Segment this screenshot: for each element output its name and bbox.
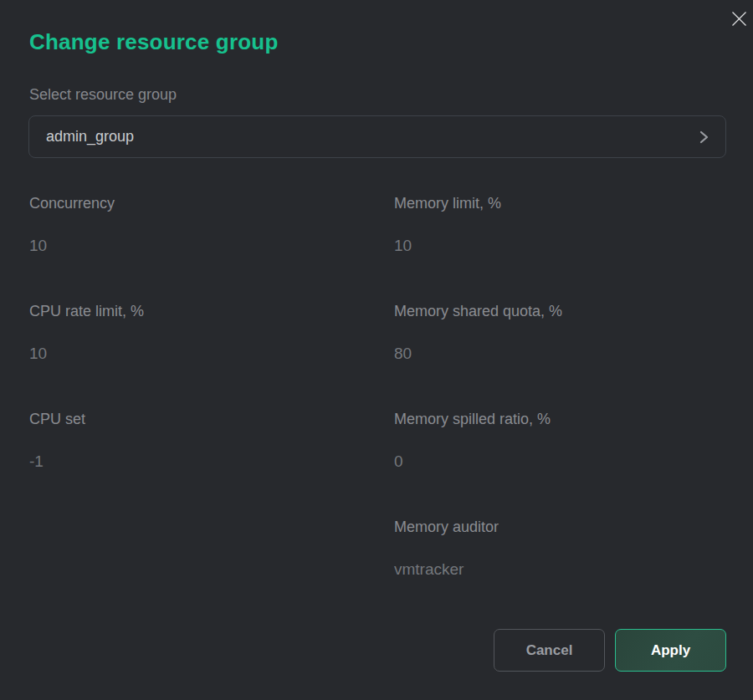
field-label: Memory limit, % bbox=[394, 194, 745, 212]
cancel-button[interactable]: Cancel bbox=[494, 629, 605, 672]
field-label: Memory shared quota, % bbox=[394, 302, 745, 320]
field-value: -1 bbox=[29, 452, 381, 471]
field-concurrency: Concurrency 10 bbox=[29, 194, 381, 255]
field-value: 10 bbox=[394, 236, 745, 255]
field-cpu-set: CPU set -1 bbox=[29, 410, 381, 471]
resource-group-selected-value: admin_group bbox=[46, 128, 134, 146]
dialog-actions: Cancel Apply bbox=[494, 629, 726, 672]
field-cpu-rate-limit: CPU rate limit, % 10 bbox=[29, 302, 381, 363]
change-resource-group-dialog: Change resource group Select resource gr… bbox=[0, 0, 753, 700]
field-label: Memory auditor bbox=[394, 518, 745, 536]
field-label: Concurrency bbox=[29, 194, 381, 212]
close-button[interactable] bbox=[729, 8, 749, 28]
close-icon bbox=[731, 11, 747, 27]
page-title: Change resource group bbox=[29, 29, 278, 55]
field-memory-limit: Memory limit, % 10 bbox=[394, 194, 745, 255]
field-memory-spilled-ratio: Memory spilled ratio, % 0 bbox=[394, 410, 745, 471]
field-label: CPU set bbox=[29, 410, 381, 428]
fields-column-left: Concurrency 10 CPU rate limit, % 10 CPU … bbox=[29, 194, 381, 518]
resource-group-select[interactable]: admin_group bbox=[28, 115, 726, 158]
field-value: 10 bbox=[29, 236, 381, 255]
chevron-right-icon bbox=[699, 130, 709, 144]
field-value: vmtracker bbox=[394, 559, 745, 579]
apply-button[interactable]: Apply bbox=[615, 629, 726, 672]
fields-column-right: Memory limit, % 10 Memory shared quota, … bbox=[394, 194, 745, 626]
resource-group-select-label: Select resource group bbox=[29, 86, 177, 104]
field-value: 80 bbox=[394, 344, 745, 363]
field-label: Memory spilled ratio, % bbox=[394, 410, 745, 428]
field-value: 10 bbox=[29, 344, 381, 363]
field-value: 0 bbox=[394, 452, 745, 471]
field-memory-shared-quota: Memory shared quota, % 80 bbox=[394, 302, 745, 363]
field-memory-auditor: Memory auditor vmtracker bbox=[394, 518, 745, 579]
field-label: CPU rate limit, % bbox=[29, 302, 381, 320]
